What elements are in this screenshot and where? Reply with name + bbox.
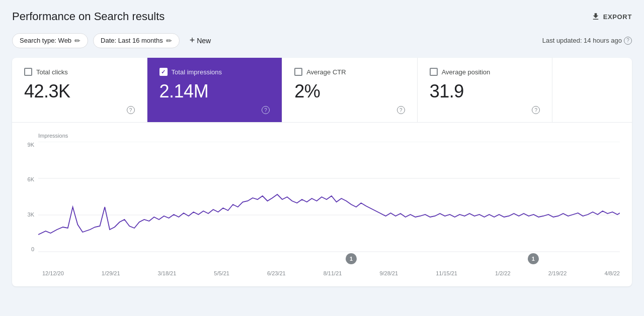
search-type-edit-icon: ✏ — [74, 37, 80, 45]
average-position-checkbox[interactable]: ✓ — [430, 68, 438, 76]
y-axis-label: Impressions — [38, 133, 620, 139]
x-tick-0: 12/12/20 — [42, 270, 64, 276]
x-tick-1: 1/29/21 — [102, 270, 120, 276]
filter-row: Search type: Web ✏ Date: Last 16 months … — [12, 32, 632, 49]
total-impressions-label: Total impressions — [172, 68, 222, 76]
total-clicks-label: Total clicks — [36, 68, 68, 76]
x-tick-10: 4/8/22 — [604, 270, 620, 276]
total-impressions-value: 2.14M — [159, 81, 270, 102]
x-tick-4: 6/23/21 — [267, 270, 286, 276]
last-updated-info-icon[interactable]: ? — [624, 37, 632, 45]
average-ctr-value: 2% — [294, 81, 405, 102]
x-tick-7: 11/15/21 — [436, 270, 457, 276]
chart-svg — [38, 142, 620, 252]
download-icon — [591, 12, 600, 21]
date-edit-icon: ✏ — [166, 37, 172, 45]
metric-card-empty — [552, 58, 632, 122]
date-label: Date: Last 16 months — [101, 37, 163, 44]
metric-card-average-ctr[interactable]: ✓ Average CTR 2% ? — [282, 58, 418, 122]
metric-card-average-position[interactable]: ✓ Average position 31.9 ? — [418, 58, 553, 122]
chart-plot — [38, 142, 620, 252]
new-label: New — [197, 37, 211, 45]
x-tick-9: 2/19/22 — [548, 270, 567, 276]
last-updated: Last updated: 14 hours ago ? — [542, 37, 632, 45]
average-position-info-icon[interactable]: ? — [532, 106, 540, 114]
x-tick-8: 1/2/22 — [495, 270, 511, 276]
total-clicks-value: 42.3K — [24, 81, 135, 102]
export-button[interactable]: EXPORT — [591, 12, 632, 21]
x-tick-3: 5/5/21 — [214, 270, 229, 276]
plus-icon: + — [190, 35, 195, 46]
metric-card-total-clicks[interactable]: ✓ Total clicks 42.3K ? — [12, 58, 147, 122]
x-tick-6: 9/28/21 — [379, 270, 398, 276]
page-title: Performance on Search results — [12, 10, 165, 23]
chart-area: Impressions 9K 6K 3K 0 — [12, 123, 632, 286]
average-ctr-checkbox[interactable]: ✓ — [294, 68, 302, 76]
total-clicks-info-icon[interactable]: ? — [127, 106, 135, 114]
annotation-dot-2[interactable]: 1 — [528, 253, 539, 264]
annotations-row: 1 1 — [42, 253, 620, 267]
annotation-dot-1[interactable]: 1 — [346, 253, 357, 264]
x-axis: 12/12/20 1/29/21 3/18/21 5/5/21 6/23/21 … — [42, 270, 620, 276]
x-tick-5: 8/11/21 — [324, 270, 342, 276]
last-updated-text: Last updated: 14 hours ago — [542, 37, 622, 44]
main-card: ✓ Total clicks 42.3K ? ✓ Total impressio… — [12, 58, 632, 286]
average-ctr-info-icon[interactable]: ? — [397, 106, 405, 114]
search-type-label: Search type: Web — [20, 37, 71, 44]
total-impressions-info-icon[interactable]: ? — [262, 106, 270, 114]
y-tick-6k: 6K — [28, 176, 34, 182]
search-type-filter[interactable]: Search type: Web ✏ — [12, 33, 88, 48]
checkmark-active-icon: ✓ — [161, 69, 166, 75]
x-tick-2: 3/18/21 — [158, 270, 177, 276]
y-axis: 9K 6K 3K 0 — [18, 142, 38, 252]
export-label: EXPORT — [603, 13, 632, 21]
average-position-label: Average position — [442, 68, 491, 76]
y-tick-9k: 9K — [28, 142, 34, 148]
date-filter[interactable]: Date: Last 16 months ✏ — [93, 33, 180, 48]
average-position-value: 31.9 — [430, 81, 540, 102]
average-ctr-label: Average CTR — [306, 68, 346, 76]
new-button[interactable]: + New — [185, 32, 216, 49]
total-impressions-checkbox[interactable]: ✓ — [159, 68, 168, 76]
metric-card-total-impressions[interactable]: ✓ Total impressions 2.14M ? — [147, 58, 283, 122]
metrics-row: ✓ Total clicks 42.3K ? ✓ Total impressio… — [12, 58, 632, 123]
y-tick-0: 0 — [31, 246, 34, 252]
y-tick-3k: 3K — [28, 212, 34, 218]
total-clicks-checkbox[interactable]: ✓ — [24, 68, 32, 76]
